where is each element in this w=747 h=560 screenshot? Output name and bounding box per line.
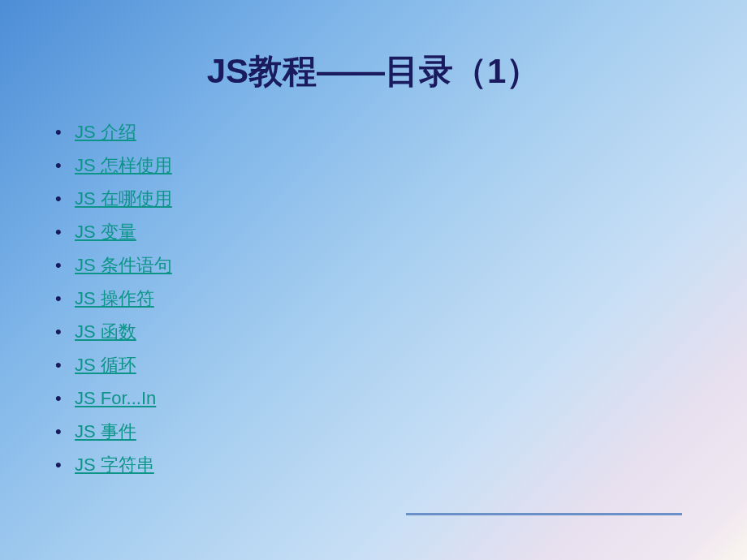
toc-link-conditionals[interactable]: JS 条件语句 <box>75 255 172 275</box>
list-item: JS 条件语句 <box>49 252 747 278</box>
list-item: JS 操作符 <box>49 285 747 312</box>
list-item: JS 字符串 <box>49 451 747 478</box>
toc-link-loops[interactable]: JS 循环 <box>75 355 136 375</box>
divider-line <box>406 513 682 515</box>
toc-link-where[interactable]: JS 在哪使用 <box>75 188 172 209</box>
page-title: JS教程——目录（1） <box>0 0 747 110</box>
list-item: JS 在哪使用 <box>49 185 747 212</box>
toc-link-forin[interactable]: JS For...In <box>75 388 156 408</box>
list-item: JS 怎样使用 <box>49 152 747 179</box>
toc-link-events[interactable]: JS 事件 <box>75 421 136 442</box>
list-item: JS For...In <box>49 385 747 411</box>
toc-link-intro[interactable]: JS 介绍 <box>75 122 136 142</box>
toc-link-variables[interactable]: JS 变量 <box>75 222 136 242</box>
toc-link-strings[interactable]: JS 字符串 <box>75 454 154 475</box>
list-item: JS 循环 <box>49 351 747 378</box>
list-item: JS 变量 <box>49 218 747 245</box>
toc-link-functions[interactable]: JS 函数 <box>75 321 136 342</box>
list-item: JS 函数 <box>49 318 747 345</box>
toc-link-howto[interactable]: JS 怎样使用 <box>75 155 172 175</box>
list-item: JS 事件 <box>49 418 747 445</box>
list-item: JS 介绍 <box>49 118 747 145</box>
toc-link-operators[interactable]: JS 操作符 <box>75 288 154 308</box>
toc-list: JS 介绍 JS 怎样使用 JS 在哪使用 JS 变量 JS 条件语句 JS 操… <box>0 110 747 478</box>
